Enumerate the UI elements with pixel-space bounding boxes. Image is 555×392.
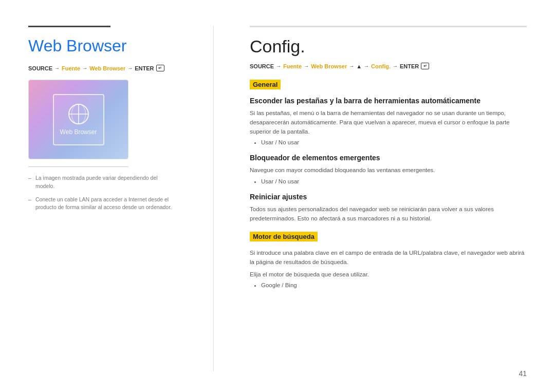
bc-arrow2: → xyxy=(82,65,87,71)
note-list: La imagen mostrada puede variar dependie… xyxy=(28,174,177,212)
top-bar-left xyxy=(28,26,110,27)
search-engine-intro2: Elija el motor de búsqueda que desea uti… xyxy=(250,270,527,279)
right-column: Config. SOURCE → Fuente → Web Browser → … xyxy=(250,26,527,371)
subsection-hide-tabs: Esconder las pestañas y la barra de herr… xyxy=(250,97,527,145)
rbc-enter-icon: ↵ xyxy=(421,63,429,69)
rbc-enter-label: ENTER xyxy=(400,63,419,69)
hide-tabs-desc: Si las pestañas, el menú o la barra de h… xyxy=(250,109,527,136)
popup-blocker-desc: Navegue con mayor comodidad bloqueando l… xyxy=(250,166,527,175)
rbc-fuente: Fuente xyxy=(283,63,302,69)
subsection-reset: Reiniciar ajustes Todos sus ajustes pers… xyxy=(250,193,527,223)
page-number: 41 xyxy=(519,369,527,378)
rbc-uparrow: ▲ xyxy=(356,63,362,69)
rbc-arrow2: → xyxy=(304,63,309,69)
bc-source: SOURCE xyxy=(28,65,52,71)
reset-desc: Todos sus ajustes personalizados del nav… xyxy=(250,205,527,223)
rbc-webbrowser: Web Browser xyxy=(311,63,347,69)
popup-blocker-title: Bloqueador de elementos emergentes xyxy=(250,154,527,162)
search-engine-heading: Motor de búsqueda xyxy=(250,232,318,241)
right-main-title: Config. xyxy=(250,36,527,57)
image-divider xyxy=(28,166,128,167)
rbc-arrow4: → xyxy=(364,63,369,69)
page-title: Web Browser xyxy=(28,36,177,55)
globe-icon xyxy=(68,104,89,124)
left-column: Web Browser SOURCE → Fuente → Web Browse… xyxy=(28,26,177,371)
browser-label: Web Browser xyxy=(60,128,97,136)
enter-icon: ↵ xyxy=(156,65,164,71)
bc-fuente: Fuente xyxy=(62,65,80,71)
bc-arrow1: → xyxy=(54,65,60,71)
popup-blocker-bullets: Usar / No usar xyxy=(250,178,527,184)
reset-title: Reiniciar ajustes xyxy=(250,193,527,201)
page-container: Web Browser SOURCE → Fuente → Web Browse… xyxy=(0,0,555,392)
bc-arrow3: → xyxy=(127,65,133,71)
hide-tabs-bullets: Usar / No usar xyxy=(250,139,527,145)
bc-enter-label: ENTER xyxy=(135,65,154,71)
rbc-arrow1: → xyxy=(276,63,281,69)
subsection-popup-blocker: Bloqueador de elementos emergentes Naveg… xyxy=(250,154,527,184)
browser-image-gradient: Web Browser xyxy=(29,80,128,159)
search-engine-bullet-1: Google / Bing xyxy=(261,282,527,288)
browser-image-inner-box: Web Browser xyxy=(53,94,104,145)
search-engine-intro: Si introduce una palabra clave en el cam… xyxy=(250,249,527,267)
rbc-config: Config. xyxy=(371,63,391,69)
rbc-arrow3: → xyxy=(349,63,354,69)
hide-tabs-title: Esconder las pestañas y la barra de herr… xyxy=(250,97,527,105)
browser-image-box: Web Browser xyxy=(28,80,128,159)
top-bar-right xyxy=(250,26,527,27)
rbc-arrow5: → xyxy=(393,63,398,69)
breadcrumb-left: SOURCE → Fuente → Web Browser → ENTER ↵ xyxy=(28,65,177,71)
search-engine-bullets: Google / Bing xyxy=(250,282,527,288)
note-item-1: La imagen mostrada puede variar dependie… xyxy=(28,174,177,191)
breadcrumb-right: SOURCE → Fuente → Web Browser → ▲ → Conf… xyxy=(250,63,527,69)
note-item-2: Conecte un cable LAN para acceder a Inte… xyxy=(28,196,177,212)
rbcSource: SOURCE xyxy=(250,63,274,69)
column-divider xyxy=(213,26,214,371)
globe-outer-line xyxy=(71,104,86,124)
bc-webbrowser: Web Browser xyxy=(89,65,125,71)
general-heading: General xyxy=(250,80,281,89)
hide-tabs-bullet-1: Usar / No usar xyxy=(261,139,527,145)
popup-blocker-bullet-1: Usar / No usar xyxy=(261,178,527,184)
subsection-search-engine: Si introduce una palabra clave en el cam… xyxy=(250,249,527,288)
